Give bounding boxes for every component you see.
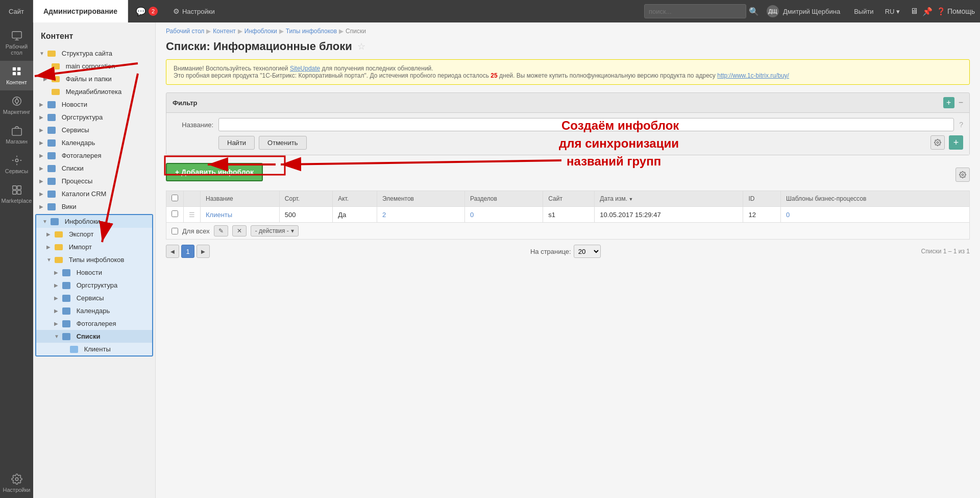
sidebar-title: Контент — [33, 28, 155, 47]
gear-icon — [959, 171, 966, 178]
sidebar-item-media[interactable]: Медиабиблиотека — [33, 85, 155, 98]
search-input[interactable] — [644, 4, 746, 18]
site-update-link[interactable]: SiteUpdate — [290, 65, 320, 72]
folder-icon — [55, 231, 63, 238]
sidebar-item-ib-photo[interactable]: ▶ Фотогалерея — [36, 317, 152, 330]
list-icon — [47, 178, 56, 185]
favorite-star-icon[interactable]: ☆ — [357, 41, 365, 52]
buy-link[interactable]: http://www.1c-bitrix.ru/buy/ — [717, 72, 789, 79]
filter-add-button[interactable]: + — [943, 97, 954, 108]
settings-nav-item[interactable]: ⚙ Настройки — [165, 7, 223, 15]
row-name-link[interactable]: Клиенты — [206, 211, 232, 219]
nav-content[interactable]: Контент — [0, 61, 33, 90]
table-settings-button[interactable] — [955, 168, 970, 182]
main-layout: Рабочий стол Контент Маркетинг Магазин С… — [0, 22, 980, 498]
help-link[interactable]: ❓ Помощь — [937, 7, 975, 15]
col-site[interactable]: Сайт — [543, 191, 595, 207]
nav-marketplace[interactable]: Marketplace — [0, 179, 33, 209]
sidebar-item-infoblocks[interactable]: ▼ Инфоблоки — [36, 215, 152, 228]
sidebar-item-files[interactable]: ▶ Файлы и папки — [33, 73, 155, 85]
select-all-checkbox[interactable] — [172, 195, 178, 201]
breadcrumb-link-infoblocks[interactable]: Инфоблоки — [244, 28, 277, 35]
nav-services[interactable]: Сервисы — [0, 150, 33, 179]
marketing-icon — [11, 96, 22, 107]
sidebar-item-ib-news[interactable]: ▶ Новости — [36, 266, 152, 279]
admin-tab[interactable]: Администрирование — [33, 0, 128, 22]
nav-settings[interactable]: Настройки — [0, 468, 33, 498]
filter-cancel-button[interactable]: Отменить — [259, 136, 306, 150]
page-1-button[interactable]: 1 — [181, 245, 194, 258]
sidebar-item-calendar[interactable]: ▶ Календарь — [33, 136, 155, 149]
sidebar-item-ib-lists[interactable]: ▼ Списки — [36, 330, 152, 343]
language-selector[interactable]: RU ▾ — [880, 8, 905, 15]
svg-rect-11 — [17, 186, 20, 189]
filter-settings-button[interactable] — [930, 135, 945, 150]
filter-find-button[interactable]: Найти — [218, 136, 255, 150]
sidebar-item-services[interactable]: ▶ Сервисы — [33, 124, 155, 136]
edit-action-button[interactable]: ✎ — [214, 225, 228, 236]
svg-rect-12 — [12, 191, 16, 194]
monitor-icon[interactable]: 🖥 — [910, 7, 918, 16]
sidebar-item-orgstructure[interactable]: ▶ Оргструктура — [33, 111, 155, 124]
nav-shop[interactable]: Магазин — [0, 120, 33, 150]
sidebar-item-ib-org[interactable]: ▶ Оргструктура — [36, 279, 152, 292]
sidebar-item-news[interactable]: ▶ Новости — [33, 98, 155, 111]
list-icon — [62, 282, 70, 289]
notifications-badge[interactable]: 💬 2 — [128, 7, 165, 16]
sidebar-item-structure[interactable]: ▼ Структура сайта — [33, 47, 155, 60]
svg-rect-0 — [12, 32, 21, 38]
col-active[interactable]: Акт. — [333, 191, 377, 207]
filter-help-icon[interactable]: ? — [959, 121, 963, 129]
filter-collapse-button[interactable]: − — [959, 98, 963, 107]
row-date: 10.05.2017 15:29:47 — [595, 207, 743, 223]
list-icon — [47, 101, 56, 108]
actions-dropdown[interactable]: - действия - ▾ — [251, 225, 299, 236]
nav-marketing[interactable]: Маркетинг — [0, 90, 33, 120]
row-templates-link[interactable]: 0 — [786, 211, 790, 219]
sidebar-item-corporation[interactable]: main corporation — [33, 60, 155, 73]
sidebar-item-iblock-types[interactable]: ▼ Типы инфоблоков — [36, 253, 152, 266]
drag-handle[interactable]: ☰ — [184, 207, 201, 223]
row-checkbox[interactable] — [172, 210, 178, 217]
nav-desktop[interactable]: Рабочий стол — [0, 25, 33, 61]
bulk-checkbox[interactable] — [172, 228, 178, 234]
site-tab[interactable]: Сайт — [0, 0, 33, 22]
sidebar-item-crm[interactable]: ▶ Каталоги CRM — [33, 187, 155, 200]
col-sections[interactable]: Разделов — [465, 191, 543, 207]
prev-page-button[interactable]: ◄ — [166, 245, 179, 258]
row-elements-link[interactable]: 2 — [382, 211, 386, 219]
sidebar-item-photo[interactable]: ▶ Фотогалерея — [33, 149, 155, 162]
col-date[interactable]: Дата изм. — [595, 191, 743, 207]
breadcrumb-link-desktop[interactable]: Рабочий стол — [166, 28, 204, 35]
filter-add-row-button[interactable]: + — [949, 135, 963, 150]
col-id[interactable]: ID — [743, 191, 781, 207]
breadcrumb-link-content[interactable]: Контент — [213, 28, 235, 35]
sidebar-item-processes[interactable]: ▶ Процессы — [33, 175, 155, 187]
sidebar-item-import[interactable]: ▶ Импорт — [36, 241, 152, 253]
sidebar-item-lists[interactable]: ▶ Списки — [33, 162, 155, 175]
filter-name-input[interactable] — [218, 118, 954, 131]
list-icon — [47, 114, 56, 121]
row-sections-link[interactable]: 0 — [470, 211, 474, 219]
col-name[interactable]: Название — [201, 191, 280, 207]
svg-rect-10 — [12, 186, 16, 189]
sidebar-item-ib-calendar[interactable]: ▶ Календарь — [36, 304, 152, 317]
per-page-select[interactable]: 20 50 100 — [574, 245, 601, 258]
sidebar-item-ib-clients[interactable]: Клиенты — [36, 343, 152, 355]
col-elements[interactable]: Элементов — [377, 191, 465, 207]
user-menu[interactable]: ДЩ Дмитрий Щербина — [759, 5, 848, 17]
logout-button[interactable]: Выйти — [848, 8, 880, 15]
delete-action-button[interactable]: ✕ — [232, 225, 247, 236]
pin-icon[interactable]: 📌 — [922, 7, 933, 16]
svg-point-14 — [15, 478, 18, 481]
list-icon — [47, 203, 56, 210]
sidebar-item-wiki[interactable]: ▶ Вики — [33, 200, 155, 213]
breadcrumb-link-iblock-types[interactable]: Типы инфоблоков — [286, 28, 337, 35]
col-templates[interactable]: Шаблоны бизнес-процессов — [781, 191, 970, 207]
add-infoblock-button[interactable]: + Добавить инфоблок — [166, 163, 263, 181]
next-page-button[interactable]: ► — [197, 245, 210, 258]
col-sort[interactable]: Сорт. — [279, 191, 332, 207]
sidebar-item-export[interactable]: ▶ Экспорт — [36, 228, 152, 241]
user-name: Дмитрий Щербина — [783, 8, 840, 15]
sidebar-item-ib-services[interactable]: ▶ Сервисы — [36, 292, 152, 304]
